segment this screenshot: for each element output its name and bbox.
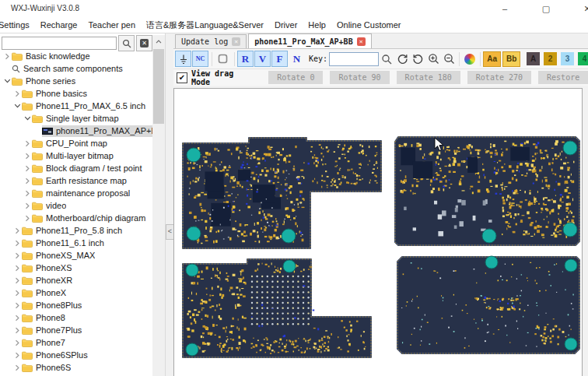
font-small-button[interactable]: Bb — [502, 51, 520, 67]
font-large-button[interactable]: Aa — [483, 51, 501, 67]
rotate-button[interactable]: Rotate 90 — [330, 71, 389, 84]
sidebar-clear-button[interactable]: ✕ — [136, 35, 152, 51]
tree-item[interactable]: Phone7Plus — [0, 324, 152, 336]
tree-expand-icon[interactable] — [12, 339, 22, 346]
voltage-mode-button[interactable]: V — [254, 51, 271, 67]
f-mode-button[interactable]: F — [271, 51, 288, 67]
menu-item[interactable]: Help — [303, 20, 331, 30]
palette-button[interactable] — [462, 51, 478, 67]
tree-item[interactable]: Block diagram / test point — [0, 162, 152, 174]
tree-expand-icon[interactable] — [12, 103, 22, 109]
tree-expand-icon[interactable] — [12, 252, 22, 259]
tree-item[interactable]: Phone basics — [0, 87, 152, 100]
n-mode-button[interactable]: N — [289, 51, 305, 67]
tree-item[interactable]: video — [0, 199, 152, 212]
tree-expand-icon[interactable] — [12, 265, 22, 272]
tree-item[interactable]: Phone11_6.1 inch — [0, 237, 152, 249]
menu-item[interactable]: Driver — [269, 20, 303, 30]
tree-item[interactable]: PhoneX — [0, 286, 152, 299]
tree-expand-icon[interactable] — [12, 352, 22, 359]
tree-expand-icon[interactable] — [2, 53, 12, 60]
tree-item[interactable]: Multi-layer bitmap — [0, 149, 152, 162]
tree-item[interactable]: PhoneXS_MAX — [0, 249, 152, 262]
minimize-button[interactable]: – — [487, 0, 523, 17]
rotate-button[interactable]: Restore — [538, 71, 588, 84]
tree-item[interactable]: Motherboard/chip diagram — [0, 212, 152, 224]
tree-expand-icon[interactable] — [12, 315, 22, 322]
tree-expand-icon[interactable] — [23, 190, 32, 197]
tree-expand-icon[interactable] — [23, 215, 32, 222]
ground-mode-button[interactable] — [175, 51, 191, 67]
tree-expand-icon[interactable] — [12, 364, 22, 371]
tab-close-icon[interactable]: ✕ — [232, 37, 240, 46]
tree-expand-icon[interactable] — [12, 240, 22, 247]
tree-item[interactable]: CPU_Point map — [0, 137, 152, 149]
tree-expand-icon[interactable] — [23, 115, 32, 121]
pcb-board-bottom-left[interactable] — [180, 256, 373, 361]
tree-expand-icon[interactable] — [23, 202, 32, 209]
rotate-cw-button[interactable] — [394, 51, 410, 67]
pcb-board-top-right[interactable] — [392, 132, 583, 249]
mark-color-button[interactable]: 3 — [561, 52, 574, 65]
zoom-in-button[interactable] — [425, 51, 441, 67]
tab-close-icon[interactable]: ✕ — [357, 37, 366, 46]
tree-expand-icon[interactable] — [23, 177, 32, 184]
view-drag-checkbox[interactable]: ✔ — [177, 72, 187, 83]
pad-mode-button[interactable] — [215, 51, 231, 67]
pcb-board-bottom-right[interactable] — [394, 252, 583, 358]
mark-color-button[interactable]: 4 — [578, 52, 588, 65]
zoom-out-button[interactable] — [441, 51, 457, 67]
menu-item[interactable]: Teacher pen — [82, 20, 141, 30]
rotate-button[interactable]: Rotate 180 — [397, 71, 460, 84]
tree-item[interactable]: PhoneXR — [0, 274, 152, 286]
menu-item[interactable]: Recharge — [35, 20, 83, 30]
maximize-button[interactable]: ▢ — [528, 0, 564, 17]
key-search-input[interactable] — [329, 52, 379, 66]
sidebar-search-button[interactable] — [118, 35, 135, 51]
rotate-button[interactable]: Rotate 0 — [268, 71, 323, 84]
tree-item[interactable]: PhoneXS — [0, 262, 152, 274]
close-button[interactable]: ✕ — [569, 0, 588, 17]
tree-item[interactable]: phone11_Pro_MAX_AP+BB — [0, 125, 152, 137]
tree-expand-icon[interactable] — [23, 165, 32, 172]
resistor-mode-button[interactable]: R — [237, 51, 254, 67]
mark-color-button[interactable]: A — [527, 52, 540, 65]
tab-update-log[interactable]: Update log ✕ — [175, 34, 247, 48]
nc-mode-button[interactable]: NC — [192, 51, 208, 67]
tree-expand-icon[interactable] — [23, 140, 32, 147]
tree-expand-icon[interactable] — [23, 153, 32, 160]
tree-item[interactable]: Phone8Plus — [0, 299, 152, 311]
tree-item[interactable]: Basic knowledge — [0, 50, 152, 62]
tree-expand-icon[interactable] — [12, 302, 22, 309]
scrollbar-thumb[interactable] — [153, 49, 164, 124]
tree-expand-icon[interactable] — [2, 78, 12, 84]
search-button[interactable] — [379, 51, 394, 67]
tree-item[interactable]: maintenance proposal — [0, 187, 152, 199]
tree-item[interactable]: Phone6SPlus — [0, 349, 152, 361]
tree-expand-icon[interactable] — [12, 227, 22, 234]
menu-item[interactable]: 语言&服务器Language&Server — [141, 19, 269, 31]
tree-item[interactable]: Earth resistance map — [0, 174, 152, 187]
tree-item[interactable]: Phone series — [0, 75, 152, 87]
pcb-board-top-left[interactable] — [180, 134, 384, 252]
tree-item[interactable]: Phone7 — [0, 336, 152, 349]
tree-expand-icon[interactable] — [12, 290, 22, 297]
rotate-ccw-button[interactable] — [410, 51, 425, 67]
tab-phone11-pro-max[interactable]: phone11_Pro_MaX_AP+BB ✕ — [248, 33, 371, 48]
tree-item[interactable]: Single layer bitmap — [0, 112, 152, 125]
panel-splitter[interactable]: < — [165, 33, 173, 376]
menu-item[interactable]: Settings — [0, 20, 35, 30]
pcb-canvas[interactable] — [173, 88, 583, 376]
sidebar-scrollbar[interactable] — [152, 35, 165, 376]
tree-item[interactable]: Phone11_Pro_MAX_6.5 inch — [0, 100, 152, 112]
rotate-button[interactable]: Rotate 270 — [467, 71, 531, 84]
scroll-up-icon[interactable] — [152, 35, 165, 47]
sidebar-search-input[interactable] — [2, 37, 117, 50]
tree-expand-icon[interactable] — [12, 277, 22, 284]
tree-item[interactable]: Search same components — [0, 62, 152, 75]
tree-item[interactable]: Phone6S — [0, 361, 152, 374]
mark-color-button[interactable]: 2 — [544, 52, 557, 65]
tree-item[interactable]: Phone8 — [0, 311, 152, 324]
menu-item[interactable]: Online Customer — [331, 20, 407, 30]
tree-expand-icon[interactable] — [12, 327, 22, 334]
